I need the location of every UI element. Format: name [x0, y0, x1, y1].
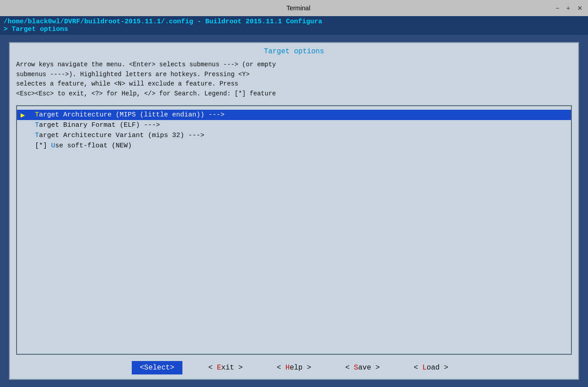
window-controls: − + ✕: [556, 4, 583, 12]
hotkey-T-variant: T: [35, 132, 39, 139]
titlebar: Terminal − + ✕: [0, 0, 588, 16]
menu-item-target-binary[interactable]: Target Binary Format (ELF) --->: [17, 120, 571, 130]
help-text: Arrow keys navigate the menu. <Enter> se…: [16, 60, 572, 99]
exit-button[interactable]: < Exit >: [200, 361, 251, 374]
hotkey-U-softfloat: U: [51, 142, 55, 150]
terminal-window: Terminal − + ✕ /home/black0wl/DVRF/build…: [0, 0, 588, 387]
panel-title: Target options: [16, 47, 572, 56]
breadcrumb-path: /home/black0wl/DVRF/buildroot-2015.11.1/…: [4, 18, 584, 33]
select-button[interactable]: <Select>: [132, 361, 182, 374]
window-title: Terminal: [41, 4, 556, 12]
menu-item-target-arch-variant[interactable]: Target Architecture Variant (mips 32) --…: [17, 130, 571, 141]
main-content: Target options Arrow keys navigate the m…: [0, 35, 588, 387]
help-button[interactable]: < Help >: [269, 361, 320, 374]
maximize-button[interactable]: +: [566, 4, 570, 12]
breadcrumb-bar: /home/black0wl/DVRF/buildroot-2015.11.1/…: [0, 16, 588, 35]
menu-item-target-arch[interactable]: Target Architecture (MIPS (little endian…: [17, 110, 571, 120]
load-button[interactable]: < Load >: [406, 361, 456, 374]
menu-box: ▶ Target Architecture (MIPS (little endi…: [16, 105, 572, 355]
menu-item-use-soft-float[interactable]: [*] Use soft-float (NEW): [17, 141, 571, 151]
close-button[interactable]: ✕: [577, 4, 583, 12]
hotkey-T-arch: T: [35, 111, 39, 119]
minimize-button[interactable]: −: [556, 4, 559, 12]
save-button[interactable]: < Save >: [337, 361, 388, 374]
menu-indicator: ▶: [21, 111, 25, 120]
hotkey-T-binary: T: [35, 121, 39, 129]
config-panel: Target options Arrow keys navigate the m…: [9, 42, 579, 380]
footer-buttons: <Select> < Exit > < Help > < Save > < Lo…: [16, 361, 572, 374]
